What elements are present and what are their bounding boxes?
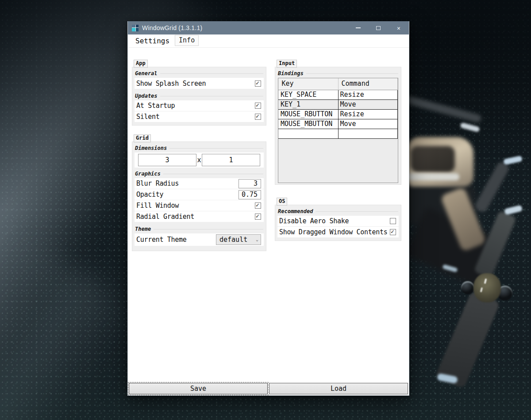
- screen: WindowGrid (1.3.1.1) ✕ Settings Info App: [0, 0, 531, 420]
- check-icon: ✓: [256, 102, 259, 109]
- setting-row: Opacity: [135, 189, 264, 200]
- binding-row[interactable]: KEY_SPACE Resize: [279, 90, 398, 99]
- binding-row[interactable]: MOUSE_MBUTTON Move: [279, 119, 398, 129]
- disable-aero-shake-checkbox[interactable]: [390, 218, 396, 224]
- binding-row-selected[interactable]: KEY_1 Move: [279, 99, 398, 109]
- section-general: General: [135, 70, 263, 76]
- check-icon: ✓: [256, 213, 259, 220]
- section-graphics: Graphics: [135, 170, 263, 177]
- load-button[interactable]: Load: [269, 383, 408, 394]
- panel-app-label: App: [134, 60, 148, 68]
- binding-row-empty[interactable]: [279, 129, 398, 138]
- fill-window-checkbox[interactable]: ✓: [255, 202, 261, 209]
- dimensions-row: x: [135, 153, 264, 168]
- grid-height-input[interactable]: [202, 154, 260, 166]
- at-startup-checkbox[interactable]: ✓: [255, 103, 261, 109]
- section-dimensions: Dimensions: [135, 145, 263, 151]
- grid-width-input[interactable]: [138, 154, 196, 166]
- window-title: WindowGrid (1.3.1.1): [142, 24, 348, 31]
- tab-settings[interactable]: Settings: [131, 35, 173, 47]
- close-icon: ✕: [397, 25, 400, 31]
- titlebar[interactable]: WindowGrid (1.3.1.1) ✕: [128, 21, 409, 34]
- minimize-button[interactable]: [348, 21, 368, 34]
- chevron-down-icon: ⌄: [256, 237, 258, 242]
- section-divider: [169, 148, 263, 149]
- setting-row: Show Dragged Window Contents ✓: [277, 227, 399, 237]
- setting-row: Current Theme default ⌄: [135, 233, 264, 246]
- app-icon-part: [136, 28, 139, 31]
- dimensions-separator: x: [197, 156, 201, 164]
- windowgrid-window: WindowGrid (1.3.1.1) ✕ Settings Info App: [127, 21, 409, 396]
- setting-row: Radial Gradient ✓: [135, 211, 264, 222]
- settings-page: App General Show Splash Screen ✓: [128, 48, 409, 251]
- section-divider: [163, 174, 263, 174]
- setting-row: Fill Window ✓: [135, 200, 264, 211]
- panel-grid-label: Grid: [134, 134, 151, 142]
- section-divider: [306, 73, 398, 74]
- app-icon-part: [136, 25, 139, 27]
- current-theme-select[interactable]: default ⌄: [216, 234, 261, 245]
- section-updates: Updates: [135, 92, 263, 99]
- check-icon: ✓: [256, 80, 259, 87]
- blur-radius-input[interactable]: [239, 179, 261, 188]
- footer-buttons: Save Load: [129, 383, 408, 394]
- panel-os-label: OS: [277, 198, 287, 206]
- panel-os: OS Recommended Disable Aero Shake Show D…: [275, 197, 401, 241]
- panel-os-body: Recommended Disable Aero Shake Show Drag…: [275, 205, 401, 241]
- save-button[interactable]: Save: [129, 383, 268, 394]
- bindings-table-container: Key Command KEY_SPACE Resize: [278, 78, 398, 183]
- bindings-table: Key Command KEY_SPACE Resize: [278, 78, 398, 139]
- minimize-icon: [356, 27, 361, 28]
- opacity-input[interactable]: [239, 190, 261, 199]
- binding-row[interactable]: MOUSE_RBUTTON Resize: [279, 109, 398, 119]
- app-icon: [132, 25, 139, 31]
- app-icon-part: [132, 28, 135, 31]
- section-divider: [160, 73, 263, 74]
- column-header-key[interactable]: Key: [279, 78, 339, 90]
- right-column: Input Bindings Key Command: [275, 52, 401, 251]
- panel-input-body: Bindings Key Command: [275, 67, 401, 185]
- section-divider: [316, 211, 398, 212]
- section-divider: [160, 96, 263, 96]
- section-recommended: Recommended: [278, 208, 398, 214]
- section-theme: Theme: [135, 225, 263, 232]
- setting-row: Show Splash Screen ✓: [135, 78, 264, 89]
- panel-grid: Grid Dimensions x Graphics: [132, 134, 266, 251]
- check-icon: ✓: [256, 113, 259, 120]
- maximize-icon: [376, 26, 381, 30]
- left-column: App General Show Splash Screen ✓: [132, 52, 266, 251]
- setting-row: At Startup ✓: [135, 100, 264, 111]
- show-dragged-window-contents-checkbox[interactable]: ✓: [390, 229, 396, 235]
- silent-checkbox[interactable]: ✓: [255, 114, 261, 120]
- section-divider: [154, 229, 263, 229]
- panel-input-label: Input: [277, 60, 297, 68]
- setting-row: Blur Radius: [135, 178, 264, 189]
- show-splash-screen-checkbox[interactable]: ✓: [255, 80, 261, 87]
- tab-bar: Settings Info: [128, 34, 409, 48]
- panel-app: App General Show Splash Screen ✓: [132, 59, 266, 126]
- maximize-button[interactable]: [368, 21, 389, 34]
- panel-app-body: General Show Splash Screen ✓ Updates: [132, 67, 266, 126]
- check-icon: ✓: [391, 228, 394, 235]
- app-icon-part: [132, 25, 135, 27]
- setting-row: Disable Aero Shake: [277, 216, 399, 226]
- column-header-command[interactable]: Command: [338, 78, 398, 90]
- check-icon: ✓: [256, 202, 259, 209]
- setting-row: Silent ✓: [135, 111, 264, 122]
- panel-grid-body: Dimensions x Graphics: [132, 141, 266, 251]
- close-button[interactable]: ✕: [389, 21, 409, 34]
- panel-input: Input Bindings Key Command: [275, 59, 401, 185]
- tab-info[interactable]: Info: [175, 35, 199, 46]
- section-bindings: Bindings: [278, 70, 398, 76]
- radial-gradient-checkbox[interactable]: ✓: [255, 214, 261, 220]
- bindings-header-row: Key Command: [279, 78, 398, 90]
